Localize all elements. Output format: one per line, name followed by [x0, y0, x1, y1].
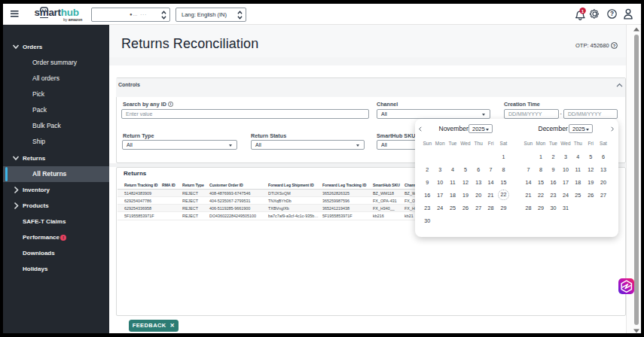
svg-text:?: ? — [613, 44, 616, 48]
svg-text:1: 1 — [581, 8, 584, 14]
svg-text:?: ? — [610, 11, 614, 17]
svg-text:i: i — [170, 102, 171, 106]
